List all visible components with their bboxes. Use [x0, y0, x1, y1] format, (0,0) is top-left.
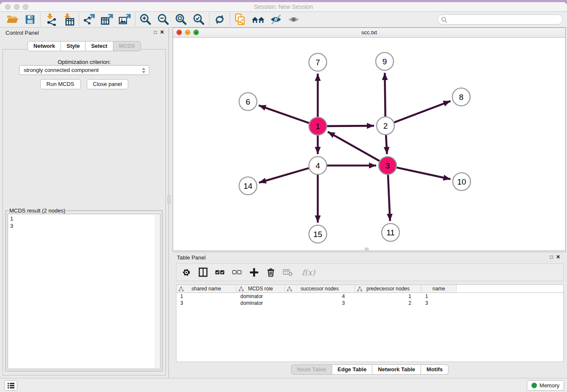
- column-header-successor-nodes[interactable]: successor nodes: [285, 285, 355, 293]
- session-title: Session: New Session: [0, 3, 567, 10]
- export-image-button[interactable]: [116, 13, 134, 26]
- first-neighbors-icon: [251, 13, 265, 26]
- float-panel-icon[interactable]: □: [154, 29, 157, 35]
- edge-1-6[interactable]: [259, 105, 309, 123]
- node-14[interactable]: 14: [239, 177, 257, 195]
- network-canvas[interactable]: 7968124314101511: [173, 38, 565, 251]
- copy-network-icon: [234, 13, 247, 26]
- column-header-name[interactable]: name: [421, 285, 457, 293]
- close-panel-icon[interactable]: ✕: [160, 29, 164, 35]
- column-header-predecessor-nodes[interactable]: predecessor nodes: [355, 285, 421, 293]
- panel-splitter-handle[interactable]: [168, 196, 171, 204]
- node-1[interactable]: 1: [309, 117, 327, 135]
- node-15[interactable]: 15: [309, 225, 327, 243]
- run-mcds-button[interactable]: Run MCDS: [40, 79, 81, 89]
- memory-button[interactable]: Memory: [527, 380, 564, 391]
- node-7[interactable]: 7: [309, 53, 327, 71]
- trash-icon: [266, 267, 276, 277]
- toggle-panel-button[interactable]: [198, 267, 209, 278]
- first-neighbors-button[interactable]: [249, 13, 267, 26]
- zoom-in-icon: [139, 13, 152, 26]
- edge-2-9[interactable]: [385, 73, 385, 116]
- table-settings-button[interactable]: [181, 267, 192, 278]
- delete-column-button[interactable]: [265, 267, 276, 278]
- criterion-select[interactable]: strongly connected component: [19, 65, 149, 75]
- table-row[interactable]: 1dominator411: [176, 293, 563, 300]
- table-tabs: Node TableEdge TableNetwork TableMotifs: [173, 364, 567, 375]
- node-label-1: 1: [316, 122, 320, 131]
- zoom-selected-icon: [193, 13, 205, 26]
- add-column-button[interactable]: [248, 267, 259, 278]
- tab-style[interactable]: Style: [61, 41, 85, 51]
- mcds-result-title: MCDS result (2 nodes): [8, 207, 66, 214]
- search-box: [438, 14, 563, 25]
- edge-3-10[interactable]: [396, 168, 450, 179]
- table-tab-motifs[interactable]: Motifs: [421, 364, 449, 375]
- memory-status-icon: [531, 383, 537, 388]
- node-4[interactable]: 4: [309, 157, 327, 174]
- cell-name: 1: [421, 293, 457, 299]
- table-tab-network-table[interactable]: Network Table: [372, 364, 421, 375]
- criterion-value: strongly connected component: [24, 67, 99, 73]
- node-6[interactable]: 6: [239, 93, 257, 110]
- result-scrollbar[interactable]: [155, 215, 160, 368]
- cell-MCDS-role: dominator: [237, 293, 285, 299]
- control-panel-tabs: NetworkStyleSelectMCDS: [0, 41, 168, 51]
- edge-3-11[interactable]: [388, 175, 390, 221]
- edge-4-14[interactable]: [259, 168, 309, 182]
- edge-1-2[interactable]: [327, 126, 374, 126]
- refresh-button[interactable]: [211, 13, 228, 26]
- edge-2-8[interactable]: [394, 101, 451, 123]
- table-tab-edge-table[interactable]: Edge Table: [332, 364, 372, 375]
- select-all-button[interactable]: [215, 267, 226, 278]
- import-network-button[interactable]: [42, 13, 60, 26]
- export-network-button[interactable]: [80, 13, 98, 26]
- tab-mcds[interactable]: MCDS: [113, 41, 141, 51]
- column-header-MCDS-role[interactable]: MCDS role: [237, 285, 285, 293]
- node-8[interactable]: 8: [452, 88, 470, 106]
- function-builder-button[interactable]: f(x): [299, 267, 318, 278]
- cell-predecessor-nodes: 1: [355, 293, 421, 299]
- edge-2-3[interactable]: [386, 135, 387, 154]
- delete-table-button[interactable]: [282, 267, 293, 278]
- import-table-button[interactable]: [60, 13, 77, 26]
- save-icon: [24, 14, 36, 25]
- close-table-panel-icon[interactable]: ✕: [556, 254, 560, 260]
- hide-selected-button[interactable]: [267, 13, 285, 26]
- tab-network[interactable]: Network: [28, 41, 61, 51]
- status-bar: Memory: [0, 378, 567, 392]
- node-10[interactable]: 10: [453, 173, 471, 190]
- table-row[interactable]: 3dominator323: [176, 300, 563, 306]
- zoom-in-button[interactable]: [137, 13, 154, 26]
- export-table-button[interactable]: [98, 13, 116, 26]
- search-input[interactable]: [449, 15, 559, 24]
- main-toolbar: [0, 12, 567, 28]
- table-tab-node-table[interactable]: Node Table: [291, 364, 332, 375]
- gear-icon: [182, 268, 191, 277]
- task-history-button[interactable]: [4, 380, 17, 391]
- close-panel-button[interactable]: Close panel: [87, 79, 129, 89]
- edge-3-1[interactable]: [328, 132, 380, 161]
- zoom-out-icon: [157, 13, 170, 26]
- view-resize-handle[interactable]: [365, 248, 369, 250]
- column-tree-icon: [179, 287, 184, 292]
- mcds-result-box: MCDS result (2 nodes) 1 3: [6, 207, 162, 371]
- network-title: scc.txt: [173, 29, 565, 36]
- node-9[interactable]: 9: [376, 52, 394, 70]
- cell-shared-name: 3: [176, 300, 237, 306]
- copy-network-button[interactable]: [231, 13, 249, 26]
- zoom-selected-button[interactable]: [190, 13, 208, 26]
- save-session-button[interactable]: [21, 13, 39, 26]
- node-11[interactable]: 11: [382, 224, 399, 241]
- zoom-out-button[interactable]: [154, 13, 172, 26]
- control-panel: Control Panel □ ✕ NetworkStyleSelectMCDS…: [0, 28, 169, 378]
- node-3[interactable]: 3: [379, 157, 396, 174]
- deselect-all-button[interactable]: [231, 267, 242, 278]
- tab-select[interactable]: Select: [85, 41, 113, 51]
- float-table-panel-icon[interactable]: □: [550, 254, 553, 260]
- open-file-button[interactable]: [3, 13, 21, 26]
- node-2[interactable]: 2: [377, 117, 394, 135]
- column-header-shared-name[interactable]: shared name: [176, 285, 237, 293]
- show-all-button[interactable]: [285, 13, 303, 26]
- zoom-fit-button[interactable]: [172, 13, 190, 26]
